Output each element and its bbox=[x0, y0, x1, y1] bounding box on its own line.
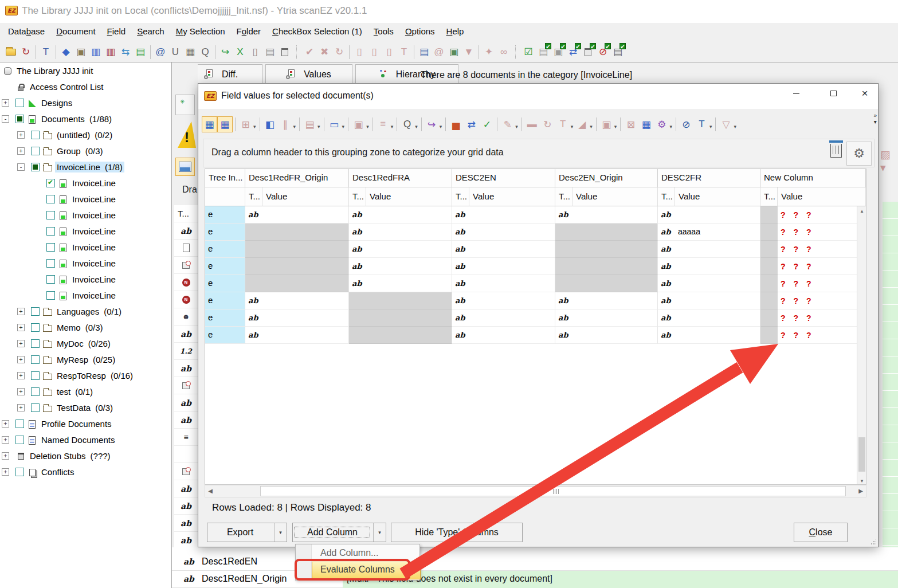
tree-index-cell[interactable]: e bbox=[205, 224, 245, 241]
menu-search[interactable]: Search bbox=[131, 23, 170, 42]
title-field-icon[interactable]: T bbox=[397, 45, 411, 60]
split-check-icon[interactable]: ✓ bbox=[479, 116, 495, 132]
export-icon[interactable]: ↪ bbox=[424, 116, 440, 132]
dialog-maximize-button[interactable] bbox=[820, 84, 846, 103]
cell-value[interactable] bbox=[469, 224, 555, 241]
cell-type-missing[interactable] bbox=[555, 275, 572, 292]
chevron-down-icon[interactable]: ▾ bbox=[440, 124, 442, 130]
tree-item--untitled-[interactable]: +(untitled)(0/2) bbox=[0, 127, 172, 143]
cell-value[interactable] bbox=[572, 241, 658, 258]
document-link-icon[interactable]: ▣ bbox=[446, 45, 461, 60]
column-header-new-column[interactable]: New Column bbox=[760, 169, 866, 187]
cell-value[interactable] bbox=[262, 224, 349, 241]
expand-icon[interactable]: + bbox=[2, 436, 9, 444]
cell-type-text[interactable]: ab bbox=[452, 327, 469, 344]
new-doc-star-icon[interactable]: ▯ bbox=[352, 45, 367, 60]
cell-type-missing[interactable] bbox=[349, 292, 366, 309]
tree-item-profile-documents[interactable]: +Profile Documents bbox=[0, 416, 172, 432]
checkbox-empty[interactable] bbox=[15, 436, 24, 444]
dialog-minimize-button[interactable] bbox=[783, 84, 809, 103]
cell-value[interactable] bbox=[262, 292, 349, 309]
tree-item-documents[interactable]: -Documents(1/88) bbox=[0, 111, 172, 127]
text-columns-icon[interactable]: T bbox=[694, 116, 709, 132]
cell-value[interactable] bbox=[366, 224, 452, 241]
cell-border-icon[interactable]: ▭ bbox=[327, 116, 342, 132]
expand-icon[interactable]: + bbox=[17, 131, 25, 139]
cell-type-text[interactable]: ab bbox=[658, 292, 675, 309]
cell-type-text[interactable]: ab bbox=[452, 275, 469, 292]
cell-value[interactable] bbox=[675, 309, 760, 327]
chevron-down-icon[interactable]: ▾ bbox=[293, 124, 296, 130]
filter-icon[interactable]: ▽ bbox=[718, 116, 734, 132]
check-new-docs-icon[interactable]: ▤✔ bbox=[536, 45, 551, 60]
column-header-desc2en-origin[interactable]: Desc2EN_Origin bbox=[555, 169, 658, 187]
scrollbar-thumb[interactable] bbox=[260, 486, 846, 496]
menu-help[interactable]: Help bbox=[441, 23, 470, 42]
cell-value[interactable] bbox=[469, 241, 555, 258]
checkbox-partial[interactable] bbox=[15, 115, 24, 123]
cell-new-column-unknown[interactable]: ? ? ? bbox=[778, 206, 866, 224]
cell-type-missing[interactable] bbox=[349, 309, 366, 327]
tree-item-test[interactable]: +test(0/1) bbox=[0, 384, 172, 400]
chevron-down-icon[interactable]: ▾ bbox=[366, 124, 369, 130]
dialog-titlebar[interactable]: EZ Field values for selected document(s)… bbox=[198, 84, 878, 109]
cell-type-text[interactable]: ab bbox=[349, 206, 366, 224]
close-button[interactable]: Close bbox=[794, 523, 848, 542]
expand-icon[interactable]: + bbox=[2, 99, 9, 107]
scroll-left-icon[interactable]: ◀ bbox=[205, 485, 215, 497]
cell-type-text[interactable]: ab bbox=[658, 206, 675, 224]
subheader-type[interactable]: T... bbox=[245, 187, 262, 206]
cell-type-missing[interactable] bbox=[760, 309, 778, 327]
cell-value[interactable] bbox=[366, 241, 452, 258]
cell-value[interactable] bbox=[469, 206, 555, 224]
cell-type-missing[interactable] bbox=[245, 275, 262, 292]
chevron-down-icon[interactable]: ▾ bbox=[669, 124, 672, 130]
cell-type-missing[interactable] bbox=[245, 241, 262, 258]
hide-type-columns-button[interactable]: Hide 'Type' Columns bbox=[391, 523, 523, 542]
view-compare-icon[interactable]: ▦ bbox=[217, 116, 233, 132]
cell-type-text[interactable]: ab bbox=[245, 292, 262, 309]
menu-folder[interactable]: Folder bbox=[231, 23, 267, 42]
expand-icon[interactable]: + bbox=[17, 372, 25, 379]
freeze-columns-icon[interactable]: ◧ bbox=[262, 116, 278, 132]
cell-value[interactable] bbox=[262, 206, 349, 224]
cell-type-text[interactable]: ab bbox=[658, 241, 675, 258]
checkbox-empty[interactable] bbox=[46, 227, 55, 236]
menu-database[interactable]: Database bbox=[2, 23, 50, 42]
check-swap-icon[interactable]: ⇄✔ bbox=[566, 45, 581, 60]
new-document-icon[interactable]: ▯ bbox=[248, 45, 262, 60]
search-view-icon[interactable]: ▦ bbox=[183, 45, 198, 60]
subheader-type[interactable]: T... bbox=[452, 187, 469, 206]
cell-value[interactable] bbox=[675, 241, 760, 258]
cell-type-text[interactable]: ab bbox=[452, 241, 469, 258]
collapse-icon[interactable]: - bbox=[2, 115, 9, 123]
menu-tools[interactable]: Tools bbox=[368, 23, 399, 42]
cell-value[interactable] bbox=[469, 327, 555, 344]
cell-value[interactable] bbox=[366, 275, 452, 292]
tree-item-the-library-jjjj-init[interactable]: The Library JJJJ init bbox=[0, 63, 172, 79]
cell-value[interactable] bbox=[366, 206, 452, 224]
chevron-down-icon[interactable]: ▾ bbox=[253, 124, 256, 130]
column-header-desc1redfr-origin[interactable]: Desc1RedFR_Origin bbox=[245, 169, 349, 187]
column-header-desc1redfra[interactable]: Desc1RedFRA bbox=[349, 169, 452, 187]
open-database-icon[interactable] bbox=[3, 45, 18, 60]
refresh-rows-icon[interactable]: ↻ bbox=[540, 116, 555, 132]
checkbox-empty[interactable] bbox=[46, 195, 55, 203]
edit-values-icon[interactable]: ✎ bbox=[500, 116, 515, 132]
column-header-desc2en[interactable]: DESC2EN bbox=[452, 169, 555, 187]
cell-type-text[interactable]: ab bbox=[452, 309, 469, 327]
tree-item-testdata[interactable]: +TestData(0/3) bbox=[0, 400, 172, 416]
checkbox-empty[interactable] bbox=[15, 99, 24, 107]
tree-item-invoiceline[interactable]: InvoiceLine bbox=[0, 288, 172, 304]
cell-value[interactable] bbox=[366, 309, 452, 327]
chevron-down-icon[interactable]: ▾ bbox=[342, 124, 345, 130]
checkbox-empty[interactable] bbox=[31, 371, 40, 380]
checkbox-empty[interactable] bbox=[31, 147, 40, 155]
tree-index-cell[interactable]: e bbox=[205, 258, 245, 275]
vertical-scrollbar[interactable]: ▴▾ bbox=[857, 206, 866, 485]
cell-value[interactable] bbox=[366, 327, 452, 344]
copy-cells-icon[interactable]: ▣ bbox=[351, 116, 366, 132]
column-header-tree-in-[interactable]: Tree In... bbox=[205, 169, 245, 187]
dialog-close-icon[interactable]: × bbox=[852, 84, 878, 103]
cell-type-text[interactable]: ab bbox=[452, 224, 469, 241]
